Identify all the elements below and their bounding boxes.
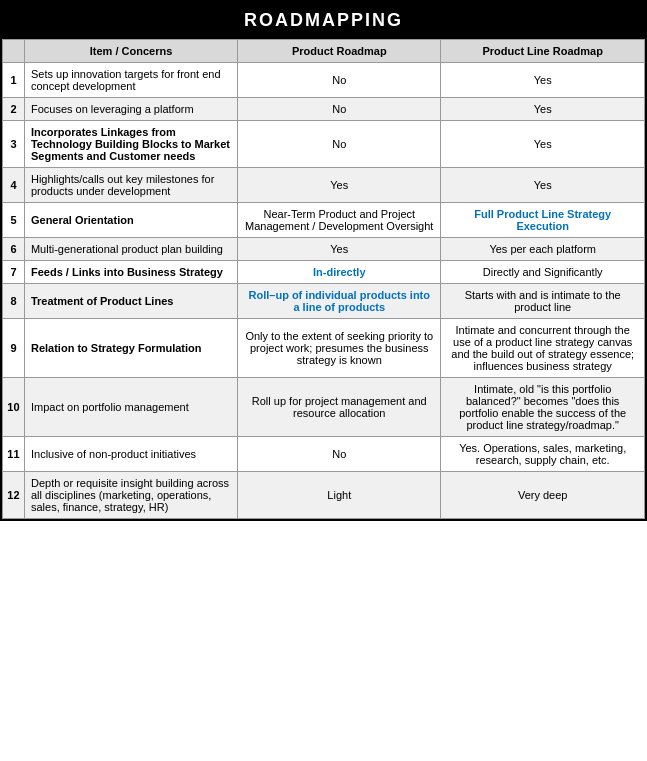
pl-roadmap-cell: Yes <box>441 121 645 168</box>
table-row: 11Inclusive of non-product initiativesNo… <box>3 437 645 472</box>
item-cell: Treatment of Product Lines <box>24 284 237 319</box>
row-number: 6 <box>3 238 25 261</box>
table-row: 9Relation to Strategy FormulationOnly to… <box>3 319 645 378</box>
item-cell: Depth or requisite insight building acro… <box>24 472 237 519</box>
table-row: 8Treatment of Product LinesRoll–up of in… <box>3 284 645 319</box>
table-row: 2Focuses on leveraging a platformNoYes <box>3 98 645 121</box>
roadmap-cell: Near-Term Product and Project Management… <box>238 203 441 238</box>
item-cell: Inclusive of non-product initiatives <box>24 437 237 472</box>
pl-roadmap-cell: Intimate and concurrent through the use … <box>441 319 645 378</box>
pl-roadmap-cell: Yes <box>441 168 645 203</box>
item-cell: Feeds / Links into Business Strategy <box>24 261 237 284</box>
roadmap-cell: No <box>238 63 441 98</box>
item-cell: Focuses on leveraging a platform <box>24 98 237 121</box>
row-number: 10 <box>3 378 25 437</box>
row-number: 8 <box>3 284 25 319</box>
main-table: Item / Concerns Product Roadmap Product … <box>2 39 645 519</box>
table-row: 5General OrientationNear-Term Product an… <box>3 203 645 238</box>
row-number: 1 <box>3 63 25 98</box>
item-cell: Sets up innovation targets for front end… <box>24 63 237 98</box>
row-number: 5 <box>3 203 25 238</box>
item-header: Item / Concerns <box>24 40 237 63</box>
roadmap-cell: Light <box>238 472 441 519</box>
item-cell: Incorporates Linkages from Technology Bu… <box>24 121 237 168</box>
item-cell: Impact on portfolio management <box>24 378 237 437</box>
pl-roadmap-cell: Intimate, old "is this portfolio balance… <box>441 378 645 437</box>
roadmap-cell: Roll–up of individual products into a li… <box>238 284 441 319</box>
table-body: 1Sets up innovation targets for front en… <box>3 63 645 519</box>
pl-roadmap-cell: Starts with and is intimate to the produ… <box>441 284 645 319</box>
pl-roadmap-cell: Yes <box>441 63 645 98</box>
row-number: 4 <box>3 168 25 203</box>
roadmap-cell: Roll up for project management and resou… <box>238 378 441 437</box>
table-row: 7Feeds / Links into Business StrategyIn-… <box>3 261 645 284</box>
row-number: 7 <box>3 261 25 284</box>
roadmap-cell: No <box>238 121 441 168</box>
pl-roadmap-cell: Yes per each platform <box>441 238 645 261</box>
table-row: 4Highlights/calls out key milestones for… <box>3 168 645 203</box>
pl-roadmap-cell: Directly and Significantly <box>441 261 645 284</box>
table-row: 6Multi-generational product plan buildin… <box>3 238 645 261</box>
roadmap-cell: Yes <box>238 238 441 261</box>
table-header: Item / Concerns Product Roadmap Product … <box>3 40 645 63</box>
table-row: 10Impact on portfolio managementRoll up … <box>3 378 645 437</box>
pl-roadmap-header: Product Line Roadmap <box>441 40 645 63</box>
num-header <box>3 40 25 63</box>
pl-roadmap-cell: Yes <box>441 98 645 121</box>
item-cell: General Orientation <box>24 203 237 238</box>
roadmap-header: Product Roadmap <box>238 40 441 63</box>
row-number: 11 <box>3 437 25 472</box>
roadmap-cell: No <box>238 98 441 121</box>
roadmap-cell: Yes <box>238 168 441 203</box>
pl-roadmap-cell: Yes. Operations, sales, marketing, resea… <box>441 437 645 472</box>
item-cell: Multi-generational product plan building <box>24 238 237 261</box>
table-row: 3Incorporates Linkages from Technology B… <box>3 121 645 168</box>
pl-roadmap-cell: Very deep <box>441 472 645 519</box>
roadmap-cell: In-directly <box>238 261 441 284</box>
roadmap-cell: No <box>238 437 441 472</box>
page: ROADMAPPING Item / Concerns Product Road… <box>0 0 647 521</box>
row-number: 2 <box>3 98 25 121</box>
row-number: 3 <box>3 121 25 168</box>
roadmap-cell: Only to the extent of seeking priority t… <box>238 319 441 378</box>
item-cell: Relation to Strategy Formulation <box>24 319 237 378</box>
item-cell: Highlights/calls out key milestones for … <box>24 168 237 203</box>
table-row: 1Sets up innovation targets for front en… <box>3 63 645 98</box>
row-number: 9 <box>3 319 25 378</box>
row-number: 12 <box>3 472 25 519</box>
pl-roadmap-cell: Full Product Line Strategy Execution <box>441 203 645 238</box>
table-row: 12Depth or requisite insight building ac… <box>3 472 645 519</box>
page-title: ROADMAPPING <box>2 2 645 39</box>
